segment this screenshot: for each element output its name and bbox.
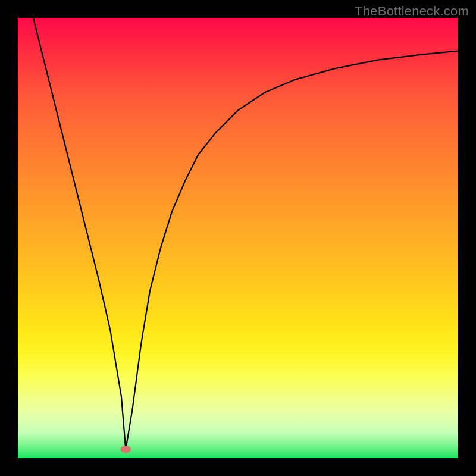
watermark: TheBottleneck.com	[355, 4, 469, 19]
chart-area	[18, 18, 458, 458]
marker-dot	[120, 446, 131, 453]
curve-plot	[18, 18, 458, 458]
bottleneck-curve	[33, 18, 458, 449]
